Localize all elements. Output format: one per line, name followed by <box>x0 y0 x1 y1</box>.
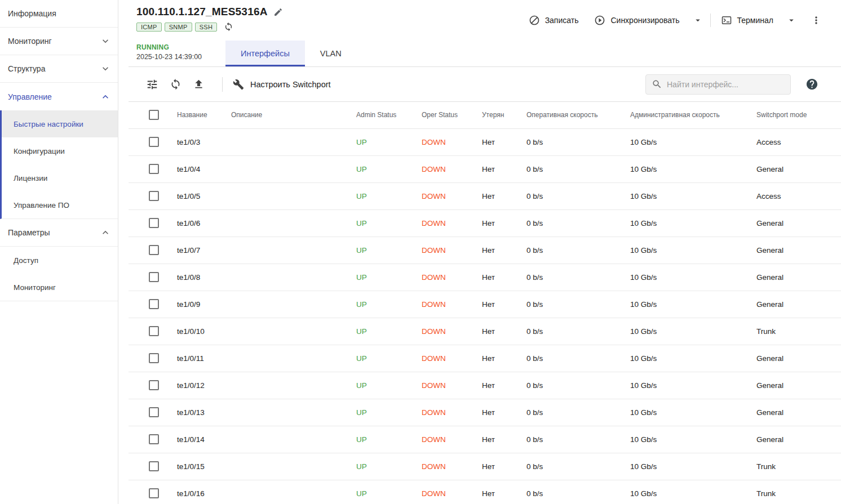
row-checkbox[interactable] <box>149 326 159 336</box>
cell-oper-speed: 0 b/s <box>526 291 630 318</box>
sidebar-subitem-configurations[interactable]: Конфигурации <box>2 137 118 164</box>
table-row: te1/0/6 UP DOWN Нет 0 b/s 10 Gb/s Genera… <box>129 209 841 237</box>
tab-label: Интерфейсы <box>241 49 290 58</box>
cell-admin-speed: 10 Gb/s <box>630 318 756 345</box>
cell-interface-name: te1/0/10 <box>177 318 231 345</box>
edit-title-button[interactable] <box>273 7 283 17</box>
cell-oper-speed: 0 b/s <box>526 399 630 426</box>
cell-admin-speed: 10 Gb/s <box>630 264 756 291</box>
cell-lost: Нет <box>482 128 526 155</box>
tab-label: VLAN <box>320 49 342 58</box>
cell-lost: Нет <box>482 480 526 504</box>
sidebar-subitem-access[interactable]: Доступ <box>0 247 118 274</box>
cell-interface-name: te1/0/13 <box>177 399 231 426</box>
sidebar-item-label: Структура <box>8 64 45 73</box>
sidebar-subitem-label: Мониторинг <box>14 283 56 292</box>
cell-switchport-mode: General <box>756 291 841 318</box>
terminal-button-label: Терминал <box>737 16 773 25</box>
column-header-oper-speed: Оперативная скорость <box>526 102 630 128</box>
sidebar-subitem-licenses[interactable]: Лицензии <box>2 164 118 191</box>
cell-oper-status: DOWN <box>422 426 482 453</box>
cell-oper-status: DOWN <box>422 318 482 345</box>
write-button[interactable]: Записать <box>523 11 585 29</box>
row-checkbox[interactable] <box>149 461 159 471</box>
chevron-down-icon <box>100 35 111 47</box>
table-row: te1/0/4 UP DOWN Нет 0 b/s 10 Gb/s Genera… <box>129 155 841 182</box>
cell-oper-status: DOWN <box>422 399 482 426</box>
cell-interface-name: te1/0/16 <box>177 480 231 504</box>
sidebar: Информация Мониторинг Структура Управлен… <box>0 0 118 504</box>
row-checkbox[interactable] <box>149 488 159 498</box>
sidebar-item-management[interactable]: Управление <box>0 83 118 110</box>
sidebar-subitem-quick-settings[interactable]: Быстрые настройки <box>2 110 118 137</box>
caret-down-icon <box>693 15 703 25</box>
sync-dropdown-button[interactable] <box>690 12 706 29</box>
play-circle-icon <box>594 15 605 26</box>
row-checkbox[interactable] <box>149 245 159 255</box>
cell-description <box>231 291 356 318</box>
cell-oper-status: DOWN <box>422 155 482 182</box>
sidebar-item-information[interactable]: Информация <box>0 0 118 28</box>
write-button-label: Записать <box>545 16 579 25</box>
filter-columns-button[interactable] <box>143 75 161 93</box>
sidebar-item-label: Мониторинг <box>8 37 52 46</box>
upload-button[interactable] <box>190 75 207 93</box>
sidebar-subitem-monitoring[interactable]: Мониторинг <box>0 274 118 301</box>
sidebar-parameters-submenu: Доступ Мониторинг <box>0 247 118 301</box>
row-checkbox[interactable] <box>149 164 159 174</box>
cell-oper-status: DOWN <box>422 345 482 372</box>
table-row: te1/0/8 UP DOWN Нет 0 b/s 10 Gb/s Genera… <box>129 264 841 291</box>
row-checkbox[interactable] <box>149 137 159 147</box>
terminal-icon <box>721 15 732 26</box>
sidebar-item-monitoring[interactable]: Мониторинг <box>0 28 118 55</box>
search-input[interactable] <box>667 80 785 89</box>
row-checkbox[interactable] <box>149 434 159 444</box>
cell-oper-speed: 0 b/s <box>526 372 630 399</box>
refresh-availability-button[interactable] <box>224 22 233 32</box>
sync-button[interactable]: Синхронизировать <box>588 11 685 29</box>
table-row: te1/0/5 UP DOWN Нет 0 b/s 10 Gb/s Access <box>129 182 841 209</box>
row-checkbox[interactable] <box>149 380 159 390</box>
refresh-table-button[interactable] <box>167 75 184 93</box>
cell-lost: Нет <box>482 372 526 399</box>
device-title: 100.110.1.127_MES5316A <box>136 6 268 18</box>
tab-interfaces[interactable]: Интерфейсы <box>225 41 305 66</box>
terminal-button[interactable]: Терминал <box>715 11 779 29</box>
help-button[interactable] <box>805 78 818 91</box>
select-all-checkbox[interactable] <box>149 110 159 120</box>
cell-admin-speed: 10 Gb/s <box>630 291 756 318</box>
tab-bar: RUNNING 2025-10-23 14:39:00 Интерфейсы V… <box>129 41 841 67</box>
cell-description <box>231 155 356 182</box>
sidebar-subitem-label: Быстрые настройки <box>14 120 83 128</box>
cell-admin-status: UP <box>356 426 422 453</box>
sidebar-item-parameters[interactable]: Параметры <box>0 219 118 247</box>
row-checkbox[interactable] <box>149 218 159 228</box>
terminal-dropdown-button[interactable] <box>784 12 799 29</box>
cell-lost: Нет <box>482 209 526 237</box>
more-menu-button[interactable] <box>808 11 824 29</box>
cell-admin-speed: 10 Gb/s <box>630 372 756 399</box>
write-icon <box>529 15 540 26</box>
cell-lost: Нет <box>482 155 526 182</box>
row-checkbox[interactable] <box>149 407 159 417</box>
cell-description <box>231 209 356 237</box>
sync-button-label: Синхронизировать <box>610 16 679 25</box>
sidebar-subitem-label: Доступ <box>14 256 38 265</box>
cell-oper-status: DOWN <box>422 182 482 209</box>
row-checkbox[interactable] <box>149 353 159 363</box>
column-header-admin-status: Admin Status <box>356 102 422 128</box>
sidebar-subitem-software-management[interactable]: Управление ПО <box>2 191 118 218</box>
table-row: te1/0/9 UP DOWN Нет 0 b/s 10 Gb/s Genera… <box>129 291 841 318</box>
cell-description <box>231 480 356 504</box>
row-checkbox[interactable] <box>149 191 159 201</box>
cell-interface-name: te1/0/11 <box>177 345 231 372</box>
cell-lost: Нет <box>482 182 526 209</box>
sidebar-item-structure[interactable]: Структура <box>0 55 118 83</box>
tab-vlan[interactable]: VLAN <box>305 41 357 66</box>
row-checkbox[interactable] <box>149 299 159 309</box>
interface-search-box <box>645 74 791 95</box>
row-checkbox[interactable] <box>149 272 159 282</box>
cell-description <box>231 345 356 372</box>
configure-switchport-button[interactable]: Настроить Switchport <box>233 79 331 90</box>
pencil-icon <box>273 7 283 17</box>
